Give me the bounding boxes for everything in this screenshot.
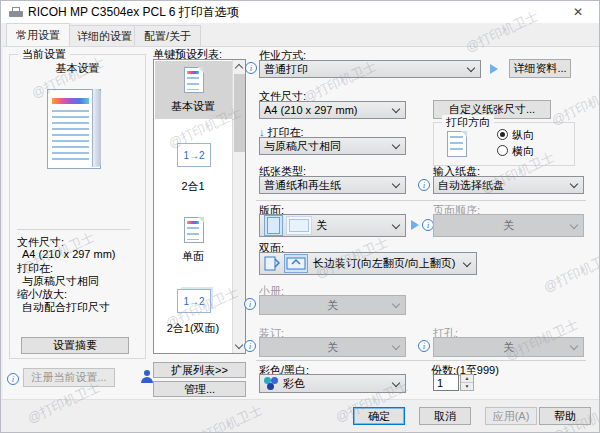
orientation-doc-icon bbox=[447, 131, 467, 157]
punch-value: 关 bbox=[503, 340, 514, 355]
punch-info-icon[interactable] bbox=[418, 340, 430, 352]
stepper-up-icon[interactable]: ▲ bbox=[461, 375, 473, 383]
layout-value: 关 bbox=[316, 218, 327, 233]
landscape-radio[interactable] bbox=[497, 145, 508, 156]
printer-icon bbox=[9, 7, 23, 18]
section-divider-2 bbox=[256, 360, 586, 361]
duplex-value: 长边装订(向左翻页/向上翻页) bbox=[313, 256, 455, 271]
preset-item-2in1[interactable]: 2合1 bbox=[154, 179, 232, 194]
paper-type-value: 普通纸和再生纸 bbox=[264, 178, 341, 193]
window-title: RICOH MP C3504ex PCL 6 打印首选项 bbox=[28, 4, 239, 21]
preset-item-basic[interactable]: 基本设置 bbox=[154, 99, 232, 114]
register-info-icon[interactable] bbox=[7, 373, 19, 385]
apply-button: 应用(A) bbox=[485, 407, 537, 425]
tab-strip: 常用设置 详细的设置 配置/关于 bbox=[1, 23, 599, 46]
summary-scale-value: 自动配合打印尺寸 bbox=[22, 300, 110, 315]
job-type-play-icon[interactable] bbox=[490, 64, 498, 74]
booklet-select: 关 bbox=[259, 295, 406, 315]
manage-button[interactable]: 管理... bbox=[153, 381, 246, 397]
expand-list-button[interactable]: 扩展列表>> bbox=[153, 362, 246, 378]
landscape-radio-label[interactable]: 横向 bbox=[512, 144, 534, 159]
scrollbar-thumb[interactable] bbox=[234, 74, 245, 152]
paper-type-select[interactable]: 普通纸和再生纸 bbox=[259, 176, 406, 194]
stepper-down-icon[interactable]: ▼ bbox=[461, 383, 473, 391]
layout-landscape-icon bbox=[286, 216, 312, 235]
document-size-select[interactable]: A4 (210 x 297 mm) bbox=[259, 101, 406, 119]
booklet-info-icon[interactable] bbox=[244, 298, 256, 310]
preset-list-scrollbar[interactable] bbox=[232, 60, 245, 353]
current-settings-title: 当前设置 bbox=[18, 47, 70, 61]
job-type-info-icon[interactable] bbox=[245, 62, 257, 74]
preset-basic-icon[interactable] bbox=[184, 67, 204, 93]
preset-item-simplex[interactable]: 单面 bbox=[154, 249, 232, 264]
staple-info-icon[interactable] bbox=[244, 340, 256, 352]
scroll-down-icon[interactable] bbox=[235, 341, 243, 349]
copies-stepper[interactable]: ▲▼ bbox=[460, 374, 474, 391]
job-type-select[interactable]: 普通打印 bbox=[259, 60, 481, 78]
title-bar: RICOH MP C3504ex PCL 6 打印首选项 ✕ bbox=[1, 1, 599, 23]
help-button[interactable]: 帮助 bbox=[539, 407, 591, 425]
duplex-horizontal-flip-icon bbox=[284, 254, 308, 273]
print-on-value: 与原稿尺寸相同 bbox=[264, 139, 341, 154]
scroll-up-icon[interactable] bbox=[235, 64, 243, 72]
document-size-value: A4 (210 x 297 mm) bbox=[264, 104, 358, 116]
staple-value: 关 bbox=[327, 340, 338, 355]
input-tray-info-icon[interactable] bbox=[418, 179, 430, 191]
preset-item-2in1-duplex[interactable]: 2合1(双面) bbox=[154, 321, 232, 336]
settings-summary-button[interactable]: 设置摘要 bbox=[21, 337, 129, 354]
color-circles-icon bbox=[264, 377, 278, 390]
page-order-value: 关 bbox=[503, 218, 514, 233]
color-mode-select[interactable]: 彩色 bbox=[259, 374, 406, 393]
layout-select[interactable]: 关 bbox=[259, 214, 406, 237]
close-icon[interactable]: ✕ bbox=[569, 3, 587, 21]
input-tray-value: 自动选择纸盘 bbox=[438, 178, 504, 193]
register-current-settings-button[interactable]: 注册当前设置... bbox=[23, 368, 115, 387]
layout-play-icon[interactable] bbox=[411, 220, 419, 230]
staple-select: 关 bbox=[259, 337, 406, 357]
input-tray-select[interactable]: 自动选择纸盘 bbox=[433, 176, 584, 194]
ok-button[interactable]: 确定 bbox=[353, 407, 405, 425]
preset-2in1-duplex-icon[interactable]: 1→2 bbox=[177, 289, 211, 313]
tab-general-settings[interactable]: 常用设置 bbox=[6, 23, 70, 46]
page-order-select: 关 bbox=[433, 214, 584, 237]
tab-detailed-settings[interactable]: 详细的设置 bbox=[67, 25, 142, 46]
summary-divider bbox=[17, 229, 130, 230]
tab-configuration-about[interactable]: 配置/关于 bbox=[134, 25, 201, 46]
punch-select: 关 bbox=[433, 337, 584, 357]
layout-portrait-icon bbox=[264, 215, 283, 236]
section-divider-1 bbox=[256, 200, 586, 201]
portrait-radio[interactable] bbox=[497, 129, 508, 140]
print-on-select[interactable]: 与原稿尺寸相同 bbox=[259, 137, 406, 155]
preset-simplex-icon[interactable] bbox=[184, 217, 204, 243]
duplex-select[interactable]: 长边装订(向左翻页/向上翻页) bbox=[259, 252, 477, 275]
user-person-icon bbox=[141, 370, 153, 383]
portrait-radio-label[interactable]: 纵向 bbox=[512, 128, 534, 143]
summary-doc-size-value: A4 (210 x 297 mm) bbox=[22, 248, 116, 260]
printing-preferences-dialog: @打印机卫士 @打印机卫士 @打印机卫士 @打印机卫士 @打印机卫士 @打印机卫… bbox=[0, 0, 600, 433]
booklet-value: 关 bbox=[327, 298, 338, 313]
current-preset-name: 基本设置 bbox=[9, 61, 146, 76]
preset-2in1-icon[interactable]: 1→2 bbox=[177, 143, 211, 167]
job-type-value: 普通打印 bbox=[264, 62, 308, 77]
cancel-button[interactable]: 取消 bbox=[419, 407, 471, 425]
duplex-vertical-flip-icon bbox=[264, 255, 280, 272]
color-mode-value: 彩色 bbox=[283, 376, 305, 391]
document-preview-image bbox=[47, 89, 101, 169]
details-button[interactable]: 详细资料... bbox=[509, 59, 571, 78]
orientation-label: 打印方向 bbox=[442, 115, 494, 129]
copies-input[interactable] bbox=[433, 374, 459, 391]
